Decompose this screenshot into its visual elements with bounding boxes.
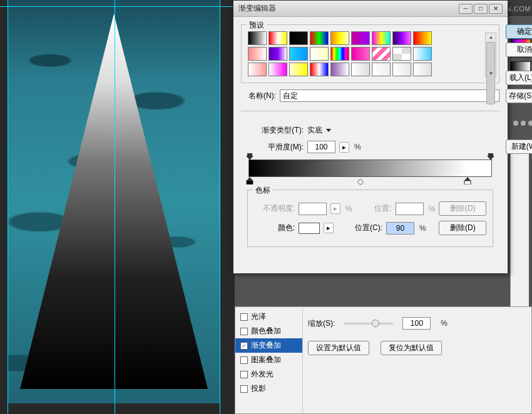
gradient-bar[interactable] (248, 159, 492, 177)
delete-color-stop-button[interactable]: 删除(D) (439, 221, 486, 235)
scale-input[interactable] (402, 317, 431, 330)
gradient-type-dropdown[interactable]: 实底 (307, 125, 331, 136)
preset-swatch[interactable] (372, 31, 391, 45)
minimize-button[interactable]: ─ (459, 4, 473, 14)
preset-swatch[interactable] (289, 63, 308, 76)
gradient-preview[interactable] (248, 159, 492, 177)
smoothness-input[interactable] (307, 141, 335, 153)
gradient-type-label: 渐变类型(T): (247, 125, 304, 136)
position-label: 位置: (364, 203, 392, 214)
presets-legend: 预设 (247, 20, 267, 31)
preset-swatch[interactable] (351, 47, 370, 61)
smoothness-stepper[interactable]: ▸ (339, 142, 349, 153)
checkbox-checked[interactable]: ✓ (240, 342, 248, 350)
preset-swatch[interactable] (289, 31, 308, 45)
preset-swatch[interactable] (310, 47, 329, 61)
layer-style-panel: 光泽 颜色叠加 ✓渐变叠加 图案叠加 外发光 投影 缩放(S): % 设置为默认… (235, 306, 532, 414)
preset-swatch[interactable] (330, 31, 349, 45)
presets-grid (248, 31, 480, 76)
gradient-settings: 渐变类型(T): 实底 平滑度(M): ▸ % (241, 111, 499, 260)
scroll-down-icon[interactable]: ▼ (487, 69, 494, 77)
preset-swatch[interactable] (413, 31, 432, 45)
ls-item-drop-shadow[interactable]: 投影 (235, 381, 302, 396)
ls-item-pattern-overlay[interactable]: 图案叠加 (235, 353, 302, 367)
preset-swatch[interactable] (248, 47, 267, 61)
new-button[interactable]: 新建(W) (506, 139, 532, 154)
close-button[interactable]: ✕ (489, 4, 503, 14)
percent-label: % (354, 143, 361, 151)
ls-item-gloss[interactable]: 光泽 (235, 310, 302, 324)
preset-swatch[interactable] (392, 47, 411, 61)
preset-swatch[interactable] (351, 31, 370, 45)
color-stop-left[interactable] (246, 177, 253, 184)
scale-slider[interactable] (344, 323, 394, 325)
document-canvas[interactable] (8, 0, 220, 403)
guide-horizontal[interactable] (0, 6, 235, 7)
chevron-down-icon (326, 129, 331, 132)
gradient-editor-dialog: 渐变编辑器 ─ □ ✕ 预设 ▲ ▼ 名称(N): (233, 0, 508, 274)
maximize-button[interactable]: □ (474, 4, 488, 14)
scale-label: 缩放(S): (308, 318, 335, 329)
delete-opacity-stop-button: 删除(D) (439, 201, 486, 216)
presets-scrollbar[interactable]: ▲ ▼ (485, 33, 496, 78)
percent-label: % (419, 224, 426, 233)
load-button[interactable]: 载入(L)... (506, 71, 532, 85)
checkbox[interactable] (240, 313, 248, 321)
preset-swatch[interactable] (330, 63, 349, 76)
guide-vertical-right[interactable] (220, 0, 220, 414)
opacity-input (299, 203, 327, 215)
guide-vertical-center[interactable] (115, 0, 115, 414)
preset-swatch[interactable] (392, 31, 411, 45)
color-swatch[interactable] (299, 223, 320, 234)
preset-swatch[interactable] (372, 63, 391, 76)
cancel-button[interactable]: 取消 (506, 43, 532, 57)
checkbox[interactable] (240, 385, 248, 393)
stops-fieldset: 色标 不透明度: ▸ % 位置: % 删除(D) 颜色: ▸ (247, 189, 493, 247)
checkbox[interactable] (240, 328, 248, 335)
opacity-stop-right[interactable] (487, 153, 494, 161)
svg-marker-0 (246, 156, 253, 160)
svg-rect-1 (247, 153, 252, 156)
preset-swatch[interactable] (392, 63, 411, 76)
preset-swatch[interactable] (413, 47, 432, 61)
layer-style-list: 光泽 颜色叠加 ✓渐变叠加 图案叠加 外发光 投影 (235, 307, 303, 413)
ls-item-gradient-overlay[interactable]: ✓渐变叠加 (235, 338, 302, 353)
preset-swatch[interactable] (330, 47, 349, 61)
preset-swatch[interactable] (248, 31, 267, 45)
preset-swatch[interactable] (413, 63, 432, 76)
preset-swatch[interactable] (269, 31, 287, 45)
name-input[interactable] (280, 89, 499, 102)
percent-label: % (345, 204, 352, 213)
ls-item-outer-glow[interactable]: 外发光 (235, 367, 302, 381)
preset-swatch[interactable] (310, 63, 329, 76)
color-position-input[interactable] (386, 222, 414, 235)
save-button[interactable]: 存储(S)... (506, 89, 532, 103)
color-stop-right[interactable] (464, 177, 471, 184)
set-default-button[interactable]: 设置为默认值 (308, 341, 369, 355)
preset-swatch[interactable] (351, 63, 370, 76)
preset-swatch[interactable] (248, 63, 267, 76)
opacity-stop-left[interactable] (246, 153, 253, 161)
name-label: 名称(N): (241, 91, 276, 101)
checkbox[interactable] (240, 356, 248, 364)
scroll-up-icon[interactable]: ▲ (487, 33, 494, 41)
preset-swatch[interactable] (310, 31, 329, 45)
color-label: 颜色: (254, 223, 295, 233)
preset-swatch[interactable] (269, 63, 287, 76)
preset-swatch[interactable] (269, 47, 287, 61)
preset-swatch[interactable] (372, 47, 391, 61)
dialog-titlebar[interactable]: 渐变编辑器 ─ □ ✕ (233, 1, 508, 17)
ls-item-label: 光泽 (251, 311, 266, 322)
slider-thumb[interactable] (372, 320, 379, 327)
ls-item-color-overlay[interactable]: 颜色叠加 (235, 324, 302, 338)
color-flyout[interactable]: ▸ (324, 223, 334, 233)
midpoint-marker[interactable] (357, 178, 364, 185)
checkbox[interactable] (240, 371, 248, 378)
color-position-label: 位置(C): (345, 223, 382, 233)
svg-rect-3 (488, 153, 493, 156)
reset-default-button[interactable]: 复位为默认值 (381, 341, 442, 355)
percent-label: % (441, 319, 448, 328)
ok-button[interactable]: 确定 (506, 24, 532, 39)
preset-swatch[interactable] (289, 47, 308, 61)
guide-vertical-left[interactable] (8, 0, 8, 414)
